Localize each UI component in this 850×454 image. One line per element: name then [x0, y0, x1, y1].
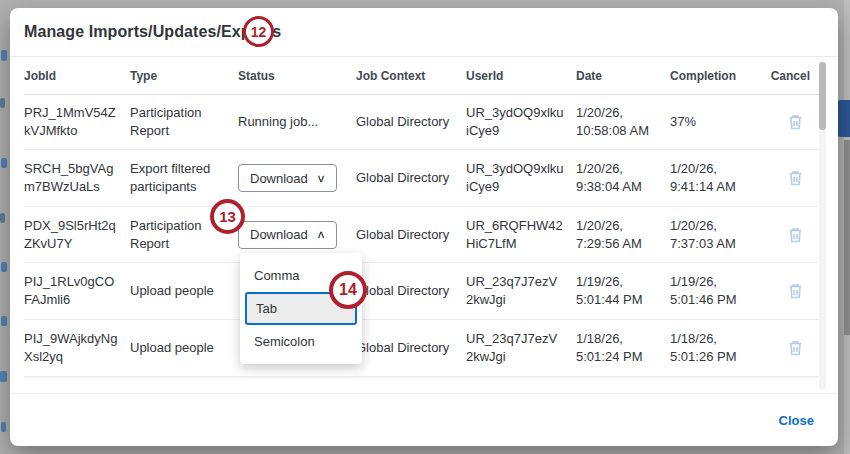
- cell-status: Running job...: [238, 105, 356, 139]
- dialog-footer: Close: [10, 393, 838, 446]
- cell-completion: 1/19/26, 5:01:46 PM: [670, 265, 768, 316]
- trash-icon: [787, 113, 804, 131]
- cancel-job-button[interactable]: [785, 111, 806, 133]
- cancel-job-button[interactable]: [785, 167, 806, 189]
- cancel-job-button[interactable]: [785, 224, 806, 246]
- cell-type: Export filtered participants: [130, 152, 238, 203]
- table-row: SRCH_5bgVAgm7BWzUaLs Export filtered par…: [24, 150, 824, 207]
- annotation-step-12: 12: [243, 16, 274, 47]
- annotation-step-14: 14: [329, 271, 367, 309]
- cell-job-context: Global Directory: [356, 105, 466, 139]
- cell-userid: UR_3ydOQ9xlkuiCye9: [466, 152, 576, 203]
- backdrop-artifact: [1, 50, 7, 61]
- background-button-fragment: [838, 100, 850, 137]
- column-header-cancel: Cancel: [768, 69, 822, 83]
- column-header-job-context: Job Context: [356, 69, 466, 83]
- cell-cancel: [768, 337, 822, 359]
- cell-jobid: SRCH_5bgVAgm7BWzUaLs: [24, 152, 130, 203]
- download-button-label: Download: [250, 227, 308, 242]
- cell-jobid: PDX_9Sl5rHt2qZKvU7Y: [24, 209, 130, 260]
- cell-cancel: [768, 280, 822, 302]
- cell-status: Download ∧: [238, 213, 356, 257]
- backdrop-artifact: [1, 262, 7, 272]
- cell-cancel: [768, 224, 822, 246]
- trash-icon: [787, 226, 804, 244]
- cell-job-context: Global Directory: [356, 331, 466, 365]
- chevron-up-icon: ∧: [316, 228, 326, 241]
- cell-completion: 37%: [670, 105, 768, 139]
- cell-completion: 1/20/26, 7:37:03 AM: [670, 209, 768, 260]
- row-divider: [24, 377, 824, 378]
- cell-type: Participation Report: [130, 96, 238, 147]
- cell-cancel: [768, 167, 822, 189]
- cell-date: 1/20/26, 10:58:08 AM: [576, 96, 670, 147]
- table-row: PDX_9Sl5rHt2qZKvU7Y Participation Report…: [24, 207, 824, 263]
- table-row: PIJ_9WAjkdyNgXsl2yq Upload people Global…: [24, 320, 824, 377]
- cell-userid: UR_6RQFHW42HiC7LfM: [466, 209, 576, 260]
- table-header-row: JobId Type Status Job Context UserId Dat…: [24, 57, 824, 95]
- cell-job-context: Global Directory: [356, 218, 466, 252]
- cell-jobid: PIJ_9WAjkdyNgXsl2yq: [24, 322, 130, 373]
- backdrop-artifact: [0, 213, 5, 223]
- cancel-job-button[interactable]: [785, 280, 806, 302]
- download-button-open[interactable]: Download ∧: [238, 221, 337, 249]
- column-header-jobid: JobId: [24, 69, 130, 83]
- cell-userid: UR_23q7J7ezV2kwJgi: [466, 322, 576, 373]
- cell-date: 1/18/26, 5:01:24 PM: [576, 322, 670, 373]
- cell-date: 1/20/26, 7:29:56 AM: [576, 209, 670, 260]
- backdrop-artifact: [1, 316, 7, 326]
- chevron-down-icon: ∨: [316, 172, 326, 185]
- cell-jobid: PRJ_1MmV54ZkVJMfkto: [24, 96, 130, 147]
- trash-icon: [787, 282, 804, 300]
- backdrop-artifact: [0, 371, 7, 382]
- cell-cancel: [768, 111, 822, 133]
- cell-jobid: PIJ_1RLv0gCOFAJmli6: [24, 265, 130, 316]
- cell-job-context: Global Directory: [356, 161, 466, 195]
- cell-job-context: Global Directory: [356, 274, 466, 308]
- cell-date: 1/20/26, 9:38:04 AM: [576, 152, 670, 203]
- backdrop-artifact: [1, 422, 6, 432]
- cell-userid: UR_3ydOQ9xlkuiCye9: [466, 96, 576, 147]
- close-button[interactable]: Close: [779, 413, 814, 428]
- column-header-date: Date: [576, 69, 670, 83]
- download-button[interactable]: Download ∨: [238, 164, 337, 192]
- manage-imports-dialog: Manage Imports/Updates/Exports JobId Typ…: [10, 8, 838, 446]
- column-header-completion: Completion: [670, 69, 768, 83]
- cell-type: Upload people: [130, 331, 238, 365]
- backdrop-artifact: [0, 98, 5, 108]
- column-header-status: Status: [238, 69, 356, 83]
- annotation-step-13: 13: [210, 199, 245, 234]
- cell-completion: 1/20/26, 9:41:14 AM: [670, 152, 768, 203]
- menu-item-semicolon[interactable]: Semicolon: [245, 326, 357, 357]
- backdrop-artifact: [1, 158, 7, 168]
- download-button-label: Download: [250, 171, 308, 186]
- cell-status: Download ∨: [238, 156, 356, 200]
- table-scrollbar-thumb[interactable]: [819, 62, 826, 130]
- cell-completion: 1/18/26, 5:01:26 PM: [670, 322, 768, 373]
- table-row: PRJ_1MmV54ZkVJMfkto Participation Report…: [24, 95, 824, 150]
- column-header-userid: UserId: [466, 69, 576, 83]
- page-scrollbar-thumb[interactable]: [844, 140, 850, 335]
- cell-type: Upload people: [130, 274, 238, 308]
- jobs-table: JobId Type Status Job Context UserId Dat…: [24, 57, 824, 377]
- column-header-type: Type: [130, 69, 238, 83]
- cancel-job-button[interactable]: [785, 337, 806, 359]
- trash-icon: [787, 169, 804, 187]
- cell-userid: UR_23q7J7ezV2kwJgi: [466, 265, 576, 316]
- trash-icon: [787, 339, 804, 357]
- dialog-header: Manage Imports/Updates/Exports: [10, 8, 838, 57]
- cell-date: 1/19/26, 5:01:44 PM: [576, 265, 670, 316]
- table-row: PIJ_1RLv0gCOFAJmli6 Upload people Global…: [24, 263, 824, 320]
